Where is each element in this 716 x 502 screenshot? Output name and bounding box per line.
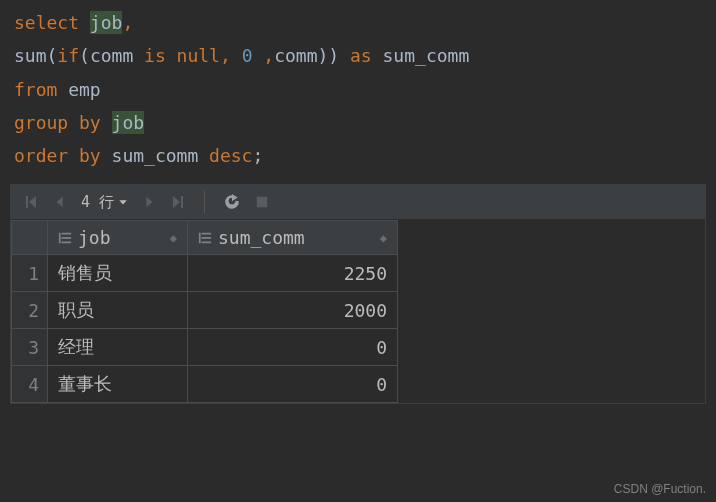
svg-rect-3	[62, 237, 72, 239]
svg-rect-7	[202, 237, 212, 239]
row-count-label: 4 行	[81, 193, 114, 212]
svg-rect-5	[199, 233, 201, 244]
stop-icon	[255, 195, 269, 209]
refresh-button[interactable]	[223, 193, 241, 211]
svg-rect-4	[62, 241, 72, 243]
svg-rect-2	[62, 233, 72, 235]
sort-handle-icon: ◆	[170, 231, 177, 245]
cell-sum-comm: 0	[188, 366, 398, 403]
row-number-cell: 2	[12, 292, 48, 329]
table-row[interactable]: 3经理0	[12, 329, 398, 366]
first-page-button[interactable]	[23, 194, 39, 210]
chevron-right-icon	[142, 195, 156, 209]
sort-handle-icon: ◆	[380, 231, 387, 245]
first-page-icon	[23, 194, 39, 210]
cell-job: 经理	[48, 329, 188, 366]
stop-button[interactable]	[255, 195, 269, 209]
svg-rect-6	[202, 233, 212, 235]
watermark: CSDN @Fuction.	[614, 482, 706, 496]
chevron-left-icon	[53, 195, 67, 209]
row-number-cell: 3	[12, 329, 48, 366]
table-row[interactable]: 1销售员2250	[12, 255, 398, 292]
result-table: job ◆ sum_comm ◆	[11, 220, 398, 403]
row-number-cell: 4	[12, 366, 48, 403]
cell-job: 销售员	[48, 255, 188, 292]
column-label: job	[78, 227, 111, 248]
refresh-icon	[223, 193, 241, 211]
row-number-header	[12, 221, 48, 255]
results-toolbar: 4 行	[11, 185, 705, 220]
cell-sum-comm: 0	[188, 329, 398, 366]
row-number-cell: 1	[12, 255, 48, 292]
table-row[interactable]: 2职员2000	[12, 292, 398, 329]
table-row[interactable]: 4董事长0	[12, 366, 398, 403]
chevron-down-icon	[118, 197, 128, 207]
svg-rect-8	[202, 241, 212, 243]
cell-sum-comm: 2000	[188, 292, 398, 329]
cell-sum-comm: 2250	[188, 255, 398, 292]
cell-job: 董事长	[48, 366, 188, 403]
column-header-sum-comm[interactable]: sum_comm ◆	[188, 221, 398, 255]
svg-rect-1	[59, 233, 61, 244]
prev-page-button[interactable]	[53, 195, 67, 209]
row-count-dropdown[interactable]: 4 行	[81, 193, 128, 212]
column-icon	[58, 231, 72, 245]
column-header-job[interactable]: job ◆	[48, 221, 188, 255]
last-page-button[interactable]	[170, 194, 186, 210]
cell-job: 职员	[48, 292, 188, 329]
last-page-icon	[170, 194, 186, 210]
sql-editor[interactable]: select job, sum(if(comm is null, 0 ,comm…	[0, 0, 716, 178]
svg-rect-0	[257, 197, 268, 208]
toolbar-divider	[204, 191, 205, 213]
results-panel: 4 行	[10, 184, 706, 404]
result-table-wrap: job ◆ sum_comm ◆	[11, 220, 705, 403]
next-page-button[interactable]	[142, 195, 156, 209]
column-icon	[198, 231, 212, 245]
column-label: sum_comm	[218, 227, 305, 248]
